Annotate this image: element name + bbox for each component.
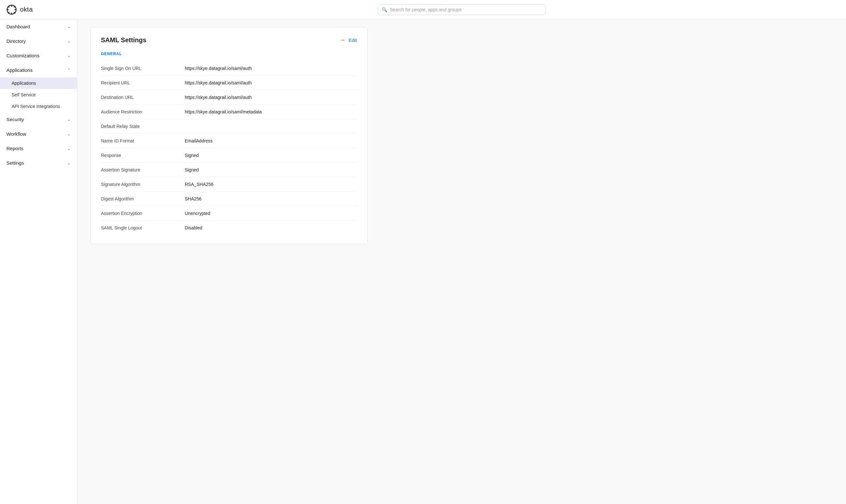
search-icon: 🔍	[382, 7, 387, 12]
app-header: okta 🔍	[0, 0, 846, 19]
edit-button[interactable]: Edit	[349, 37, 357, 43]
edit-area: → Edit	[339, 37, 357, 43]
field-value: RSA_SHA256	[185, 177, 357, 192]
chevron-down-icon: ⌄	[67, 146, 71, 151]
sidebar-item-reports[interactable]: Reports ⌄	[0, 141, 77, 156]
field-value: https://skye.datagrail.io/saml/metadata	[185, 105, 357, 119]
table-row: Destination URLhttps://skye.datagrail.io…	[101, 90, 357, 105]
chevron-down-icon: ⌄	[67, 39, 71, 43]
chevron-down-icon: ⌄	[67, 117, 71, 122]
table-row: Assertion SignatureSigned	[101, 163, 357, 177]
okta-logo-icon	[6, 4, 17, 15]
field-label: Destination URL	[101, 90, 185, 105]
table-row: Recipient URLhttps://skye.datagrail.io/s…	[101, 76, 357, 90]
sidebar-item-security[interactable]: Security ⌄	[0, 112, 77, 127]
table-row: Assertion EncryptionUnencrypted	[101, 206, 357, 221]
field-label: Name ID Format	[101, 134, 185, 148]
section-label-general: GENERAL	[101, 52, 357, 56]
sidebar-item-dashboard-label: Dashboard	[6, 24, 30, 29]
table-row: Digest AlgorithmSHA256	[101, 192, 357, 206]
card-header: SAML Settings → Edit	[101, 36, 357, 44]
field-label: Response	[101, 148, 185, 163]
main-content: SAML Settings → Edit GENERAL Single Sign…	[77, 19, 846, 504]
field-value: Disabled	[185, 221, 357, 235]
sidebar-subitem-applications[interactable]: Applications	[0, 77, 77, 89]
sidebar-item-settings-label: Settings	[6, 160, 24, 166]
okta-wordmark: okta	[20, 6, 33, 13]
sidebar: Dashboard ⌄ Directory ⌄ Customizations ⌄…	[0, 19, 77, 504]
table-row: Default Relay State	[101, 119, 357, 134]
field-value: Unencrypted	[185, 206, 357, 221]
chevron-up-icon: ⌃	[67, 68, 71, 72]
field-label: Assertion Signature	[101, 163, 185, 177]
field-label: Default Relay State	[101, 119, 185, 134]
field-value: SHA256	[185, 192, 357, 206]
sidebar-item-reports-label: Reports	[6, 146, 23, 151]
header-search: 🔍	[84, 4, 840, 15]
sidebar-item-directory[interactable]: Directory ⌄	[0, 34, 77, 48]
sidebar-subitem-api-service[interactable]: API Service Integrations	[0, 101, 77, 112]
sidebar-item-workflow[interactable]: Workflow ⌄	[0, 127, 77, 141]
sidebar-item-customizations[interactable]: Customizations ⌄	[0, 48, 77, 63]
search-input[interactable]	[378, 4, 546, 15]
sidebar-item-security-label: Security	[6, 116, 24, 122]
field-label: SAML Single Logout	[101, 221, 185, 235]
chevron-down-icon: ⌄	[67, 24, 71, 29]
saml-settings-card: SAML Settings → Edit GENERAL Single Sign…	[90, 27, 368, 244]
field-label: Signature Algorithm	[101, 177, 185, 192]
sidebar-item-dashboard[interactable]: Dashboard ⌄	[0, 19, 77, 34]
chevron-down-icon: ⌄	[67, 54, 71, 58]
table-row: Single Sign On URLhttps://skye.datagrail…	[101, 61, 357, 76]
sidebar-subitem-self-service[interactable]: Self Service	[0, 89, 77, 101]
page-layout: Dashboard ⌄ Directory ⌄ Customizations ⌄…	[0, 0, 846, 504]
sidebar-item-applications[interactable]: Applications ⌃	[0, 63, 77, 77]
sidebar-item-customizations-label: Customizations	[6, 53, 40, 58]
field-value: Signed	[185, 163, 357, 177]
field-label: Assertion Encryption	[101, 206, 185, 221]
field-value: https://skye.datagrail.io/saml/auth	[185, 61, 357, 76]
field-value: EmailAddress	[185, 134, 357, 148]
field-label: Recipient URL	[101, 76, 185, 90]
field-value	[185, 119, 357, 134]
saml-settings-table: Single Sign On URLhttps://skye.datagrail…	[101, 61, 357, 235]
table-row: ResponseSigned	[101, 148, 357, 163]
search-wrapper: 🔍	[378, 4, 546, 15]
field-label: Audience Restriction	[101, 105, 185, 119]
chevron-down-icon: ⌄	[67, 132, 71, 136]
field-value: Signed	[185, 148, 357, 163]
sidebar-item-applications-label: Applications	[6, 67, 33, 73]
chevron-down-icon: ⌄	[67, 161, 71, 165]
table-row: SAML Single LogoutDisabled	[101, 221, 357, 235]
sidebar-item-settings[interactable]: Settings ⌄	[0, 156, 77, 170]
table-row: Audience Restrictionhttps://skye.datagra…	[101, 105, 357, 119]
sidebar-item-workflow-label: Workflow	[6, 131, 26, 137]
field-value: https://skye.datagrail.io/saml/auth	[185, 90, 357, 105]
table-row: Name ID FormatEmailAddress	[101, 134, 357, 148]
field-value: https://skye.datagrail.io/saml/auth	[185, 76, 357, 90]
table-row: Signature AlgorithmRSA_SHA256	[101, 177, 357, 192]
field-label: Single Sign On URL	[101, 61, 185, 76]
arrow-right-icon: →	[339, 37, 345, 43]
logo-area: okta	[6, 4, 84, 15]
sidebar-item-directory-label: Directory	[6, 38, 26, 44]
field-label: Digest Algorithm	[101, 192, 185, 206]
card-title: SAML Settings	[101, 36, 146, 44]
